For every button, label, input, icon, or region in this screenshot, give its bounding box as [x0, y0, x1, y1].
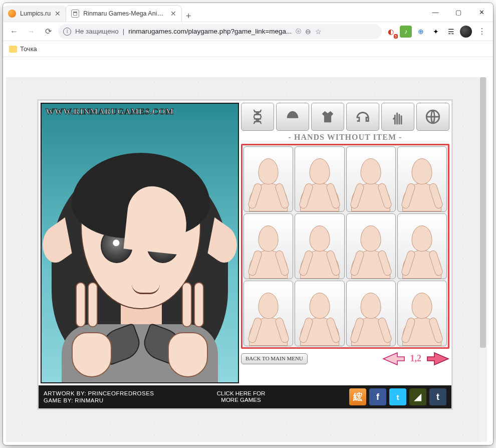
folder-icon [9, 46, 17, 53]
page-indicator: 1,2 [410, 353, 422, 364]
bookmarks-bar: Точка [3, 41, 493, 57]
menu-button[interactable]: ⋮ [475, 25, 489, 39]
pager: BACK TO MAIN MENU 1,2 [241, 352, 449, 366]
forward-button[interactable]: → [24, 25, 38, 39]
avatar-preview: WWW.RINMARUGAMES.COM [41, 103, 239, 383]
category-hand[interactable] [381, 103, 414, 131]
scrollbar-thumb[interactable] [480, 77, 486, 348]
star-icon[interactable]: ☆ [315, 28, 322, 36]
credits: ARTWORK BY: PRINCEOFREDROSES GAME BY: RI… [44, 390, 154, 404]
security-label: Не защищено [75, 28, 119, 35]
more-games-l2: MORE GAMES [221, 397, 261, 403]
category-headset[interactable] [346, 103, 379, 131]
divider: | [123, 28, 125, 35]
social-twitter[interactable]: t [389, 388, 406, 405]
hand-option-11[interactable] [346, 281, 396, 346]
prev-page-button[interactable] [382, 352, 405, 366]
more-games-l1: CLICK HERE FOR [217, 390, 266, 396]
artwork-label: ARTWORK BY: [44, 390, 86, 396]
game-footer: ARTWORK BY: PRINCEOFREDROSES GAME BY: RI… [39, 385, 451, 408]
category-row [241, 103, 449, 131]
hand-option-3[interactable] [346, 146, 396, 212]
reading-list-icon[interactable]: ☴ [445, 26, 457, 38]
more-games-link[interactable]: CLICK HERE FOR MORE GAMES [217, 390, 266, 403]
category-globe[interactable] [416, 103, 449, 131]
favicon-icon [71, 10, 79, 18]
subcategory-header: - HANDS WITHOUT ITEM - [241, 133, 449, 142]
translate-icon[interactable]: ⦾ [296, 28, 301, 36]
game-author: RINMARU [75, 397, 103, 403]
hand-option-6[interactable] [295, 213, 344, 279]
social-deviantart[interactable]: ◢ [409, 388, 426, 405]
back-button[interactable]: ← [7, 25, 21, 39]
bookmark-item[interactable]: Точка [20, 45, 37, 53]
extension-adblock-icon[interactable]: ◐ [385, 26, 397, 38]
options-panel: - HANDS WITHOUT ITEM - BACK TO MAIN MENU… [241, 101, 451, 385]
character-art [42, 134, 238, 382]
hand-option-7[interactable] [346, 213, 396, 279]
omnibox[interactable]: i Не защищено | rinmarugames.com/playgam… [58, 24, 382, 39]
site-info-icon[interactable]: i [63, 28, 71, 36]
close-icon[interactable]: ✕ [170, 10, 176, 18]
close-icon[interactable]: ✕ [55, 10, 61, 18]
social-tumblr[interactable]: t [429, 388, 446, 405]
next-page-button[interactable] [426, 352, 449, 366]
extension-music-icon[interactable]: ♪ [400, 26, 412, 38]
game-frame: WWW.RINMARUGAMES.COM [37, 99, 453, 410]
toolbar: ← → ⟳ i Не защищено | rinmarugames.com/p… [3, 22, 493, 41]
hand-option-4[interactable] [397, 146, 447, 212]
hand-option-8[interactable] [397, 213, 447, 279]
artwork-author: PRINCEOFREDROSES [88, 390, 154, 396]
scrollbar[interactable] [479, 77, 487, 442]
hand-option-2[interactable] [295, 146, 344, 212]
titlebar: Lumpics.ru ✕ Rinmaru Games-Mega Anime Av… [3, 3, 493, 22]
window-controls: ― ▢ ✕ [424, 3, 493, 22]
game-label: GAME BY: [44, 397, 73, 403]
options-grid [241, 144, 449, 349]
back-to-menu-button[interactable]: BACK TO MAIN MENU [241, 353, 308, 364]
social-links: 綋 f t ◢ t [349, 388, 446, 405]
tab-rinmaru[interactable]: Rinmaru Games-Mega Anime Av ✕ [66, 6, 181, 22]
hand-option-12[interactable] [397, 281, 447, 346]
new-tab-button[interactable]: + [181, 11, 195, 22]
url-text: rinmarugames.com/playgame.php?game_link=… [128, 28, 292, 35]
tab-title: Rinmaru Games-Mega Anime Av [83, 10, 166, 17]
favicon-icon [8, 10, 16, 18]
minimize-button[interactable]: ― [424, 3, 447, 22]
category-shirt[interactable] [311, 103, 344, 131]
social-facebook[interactable]: f [369, 388, 386, 405]
hand-option-10[interactable] [295, 281, 344, 346]
extension-globe-icon[interactable]: ⊕ [415, 26, 427, 38]
zoom-icon[interactable]: ⊖ [305, 28, 311, 36]
extensions-icon[interactable]: ✦ [430, 26, 442, 38]
hand-option-5[interactable] [243, 213, 293, 279]
close-button[interactable]: ✕ [470, 3, 493, 22]
watermark: WWW.RINMARUGAMES.COM [46, 107, 174, 117]
tab-strip: Lumpics.ru ✕ Rinmaru Games-Mega Anime Av… [3, 3, 424, 22]
social-blogger[interactable]: 綋 [349, 388, 366, 405]
maximize-button[interactable]: ▢ [447, 3, 470, 22]
browser-window: Lumpics.ru ✕ Rinmaru Games-Mega Anime Av… [3, 3, 493, 445]
page-content: WWW.RINMARUGAMES.COM [6, 77, 487, 442]
tab-lumpics[interactable]: Lumpics.ru ✕ [3, 6, 66, 22]
hand-option-9[interactable] [243, 281, 293, 346]
category-hair[interactable] [276, 103, 309, 131]
profile-avatar[interactable] [460, 26, 472, 38]
tab-title: Lumpics.ru [20, 10, 51, 17]
hand-option-1[interactable] [243, 146, 293, 212]
reload-button[interactable]: ⟳ [41, 25, 55, 39]
category-dna[interactable] [241, 103, 274, 131]
